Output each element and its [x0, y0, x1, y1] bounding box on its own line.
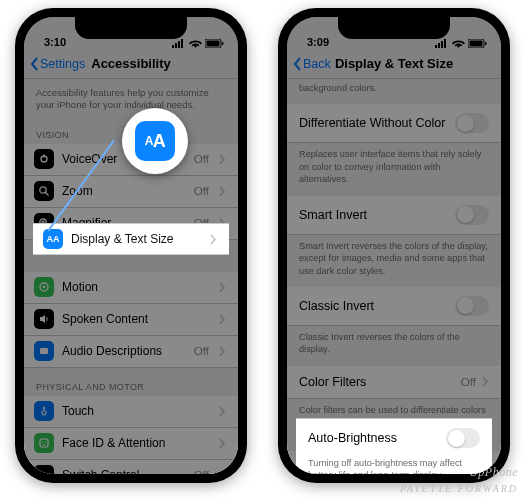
svg-point-19 — [42, 442, 43, 443]
row-touch[interactable]: Touch — [24, 396, 238, 428]
back-label: Settings — [40, 57, 85, 71]
row-spoken-content[interactable]: Spoken Content — [24, 304, 238, 336]
svg-rect-3 — [181, 39, 183, 48]
note-differentiate: Replaces user interface items that rely … — [287, 143, 501, 195]
display-text-size-icon: AA — [43, 229, 63, 249]
notch — [338, 17, 450, 39]
row-classic-invert[interactable]: Classic Invert — [287, 287, 501, 326]
row-label: Motion — [62, 280, 211, 294]
row-switch-control[interactable]: Switch Control Off — [24, 460, 238, 474]
chevron-right-icon — [219, 154, 226, 165]
row-label: Smart Invert — [299, 208, 455, 222]
toggle-off[interactable] — [455, 113, 489, 133]
row-label: Color Filters — [299, 375, 461, 389]
svg-rect-5 — [207, 41, 220, 47]
note-auto-brightness: Turning off auto-brightness may affect b… — [296, 457, 492, 474]
audio-descriptions-icon — [34, 341, 54, 361]
row-faceid-attention[interactable]: Face ID & Attention — [24, 428, 238, 460]
callout-bubble: AA — [122, 108, 188, 174]
row-auto-brightness[interactable]: Auto-Brightness Turning off auto-brightn… — [296, 418, 492, 474]
svg-rect-26 — [438, 43, 440, 48]
toggle-off[interactable] — [455, 296, 489, 316]
notch — [75, 17, 187, 39]
signal-icon — [172, 39, 186, 48]
row-label: Display & Text Size — [71, 232, 202, 246]
chevron-right-icon — [219, 470, 226, 474]
credit-payette: PAYETTE FORWARD — [400, 483, 518, 494]
svg-rect-18 — [40, 439, 48, 447]
row-smart-invert[interactable]: Smart Invert — [287, 196, 501, 235]
row-value: Off — [194, 469, 209, 474]
svg-point-20 — [45, 442, 46, 443]
svg-rect-27 — [441, 41, 443, 48]
row-label: Differentiate Without Color — [299, 116, 455, 130]
svg-rect-6 — [222, 42, 224, 45]
row-label: Audio Descriptions — [62, 344, 186, 358]
chevron-right-icon — [219, 282, 226, 293]
back-button[interactable]: Settings — [30, 57, 85, 71]
row-label: Classic Invert — [299, 299, 455, 313]
svg-rect-21 — [40, 473, 48, 474]
row-label: Touch — [62, 404, 211, 418]
signal-icon — [435, 39, 449, 48]
touch-icon — [34, 401, 54, 421]
svg-point-9 — [40, 187, 46, 193]
row-value: Off — [461, 376, 476, 388]
motion-icon — [34, 277, 54, 297]
chevron-left-icon — [293, 57, 303, 71]
wifi-icon — [452, 39, 465, 48]
display-settings-list[interactable]: background colors. Differentiate Without… — [287, 79, 501, 474]
toggle-off[interactable] — [446, 428, 480, 448]
chevron-right-icon — [219, 186, 226, 197]
row-value: Off — [194, 185, 209, 197]
zoom-icon — [34, 181, 54, 201]
status-indicators — [435, 39, 487, 48]
toggle-off[interactable] — [455, 205, 489, 225]
row-display-text-size[interactable]: AA Display & Text Size — [33, 223, 229, 255]
chevron-right-icon — [210, 234, 217, 245]
nav-bar: Settings Accessibility — [24, 49, 238, 79]
chevron-right-icon — [219, 406, 226, 417]
callout-glyph: AA — [135, 121, 175, 161]
row-color-filters[interactable]: Color Filters Off — [287, 366, 501, 399]
voiceover-icon — [34, 149, 54, 169]
row-value: Off — [194, 345, 209, 357]
phone-right: 3:09 Back Display & Text Size background… — [278, 8, 510, 483]
note-smart-invert: Smart Invert reverses the colors of the … — [287, 235, 501, 287]
row-label: Switch Control — [62, 468, 186, 474]
svg-rect-30 — [470, 41, 483, 47]
svg-rect-17 — [40, 348, 48, 354]
svg-point-16 — [43, 286, 46, 289]
chevron-right-icon — [482, 376, 489, 387]
svg-rect-2 — [178, 41, 180, 48]
row-label: Spoken Content — [62, 312, 211, 326]
note-classic-invert: Classic Invert reverses the colors of th… — [287, 326, 501, 366]
chevron-right-icon — [219, 438, 226, 449]
row-zoom[interactable]: Zoom Off — [24, 176, 238, 208]
row-label: Face ID & Attention — [62, 436, 211, 450]
status-time: 3:09 — [307, 36, 329, 48]
row-motion[interactable]: Motion — [24, 272, 238, 304]
row-differentiate-without-color[interactable]: Differentiate Without Color — [287, 104, 501, 143]
chevron-right-icon — [219, 314, 226, 325]
svg-rect-25 — [435, 45, 437, 48]
screen-right: 3:09 Back Display & Text Size background… — [287, 17, 501, 474]
chevron-right-icon — [219, 346, 226, 357]
battery-icon — [468, 39, 487, 48]
phone-left: 3:10 Settings Accessibility Accessibilit… — [15, 8, 247, 483]
svg-rect-0 — [172, 45, 174, 48]
row-label: Auto-Brightness — [308, 431, 446, 445]
back-label: Back — [303, 57, 331, 71]
wifi-icon — [189, 39, 202, 48]
row-audio-descriptions[interactable]: Audio Descriptions Off — [24, 336, 238, 368]
back-button[interactable]: Back — [293, 57, 331, 71]
svg-rect-28 — [444, 39, 446, 48]
spoken-content-icon — [34, 309, 54, 329]
svg-rect-8 — [43, 155, 44, 158]
nav-title: Display & Text Size — [335, 56, 453, 71]
status-time: 3:10 — [44, 36, 66, 48]
status-indicators — [172, 39, 224, 48]
screen-left: 3:10 Settings Accessibility Accessibilit… — [24, 17, 238, 474]
svg-rect-1 — [175, 43, 177, 48]
battery-icon — [205, 39, 224, 48]
